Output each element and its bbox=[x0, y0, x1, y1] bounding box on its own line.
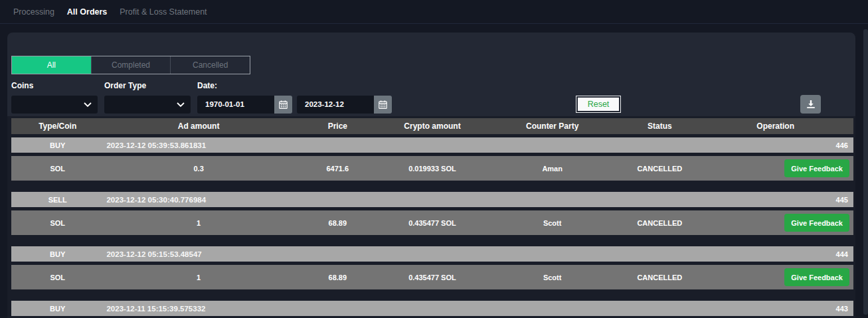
order-group-header-row: BUY 2023-12-11 15:15:39.575332 443 bbox=[11, 301, 853, 316]
calendar-icon bbox=[379, 100, 387, 109]
order-timestamp: 2023-12-12 05:30:40.776984 bbox=[104, 196, 697, 204]
date-from-calendar-button[interactable] bbox=[274, 96, 292, 114]
download-icon bbox=[806, 100, 816, 109]
status-filter-all[interactable]: All bbox=[12, 56, 91, 74]
order-group-header-row: SELL 2023-12-12 05:30:40.776984 445 bbox=[11, 192, 853, 207]
date-to-calendar-button[interactable] bbox=[374, 96, 392, 114]
cell-price: 68.89 bbox=[294, 219, 382, 227]
filter-controls-row: Reset bbox=[11, 95, 853, 114]
cell-operation: Give Feedback bbox=[697, 159, 853, 177]
date-to-input[interactable] bbox=[297, 96, 374, 114]
table-header-row: Type/Coin Ad amount Price Crypto amount … bbox=[11, 118, 853, 134]
status-filter-cancelled[interactable]: Cancelled bbox=[170, 56, 250, 74]
order-type-label: Order Type bbox=[104, 81, 197, 90]
order-group: SELL 2023-12-12 05:30:40.776984 445 SOL … bbox=[11, 192, 853, 235]
date-from-group bbox=[197, 96, 292, 114]
tab-processing[interactable]: Processing bbox=[13, 7, 54, 17]
give-feedback-button[interactable]: Give Feedback bbox=[784, 159, 849, 177]
cell-ad-amount: 1 bbox=[104, 274, 293, 281]
orders-table: Type/Coin Ad amount Price Crypto amount … bbox=[7, 116, 855, 318]
cell-counter-party: Aman bbox=[483, 165, 622, 173]
date-from-input[interactable] bbox=[197, 96, 274, 114]
order-timestamp: 2023-12-12 05:15:53.48547 bbox=[104, 250, 697, 258]
scrollbar[interactable] bbox=[863, 29, 868, 315]
order-detail-row: SOL 0.3 6471.6 0.019933 SOL Aman CANCELL… bbox=[11, 156, 853, 181]
cell-status: CANCELLED bbox=[622, 165, 697, 173]
table-body: BUY 2023-12-12 05:39:53.861831 446 SOL 0… bbox=[11, 137, 853, 316]
cell-ad-amount: 0.3 bbox=[104, 165, 293, 173]
cell-crypto-amount: 0.435477 SOL bbox=[382, 219, 483, 227]
order-detail-row: SOL 1 68.89 0.435477 SOL Scott CANCELLED… bbox=[11, 265, 853, 289]
coins-select[interactable] bbox=[11, 96, 98, 114]
cell-operation: Give Feedback bbox=[697, 268, 853, 286]
cell-coin: SOL bbox=[11, 165, 104, 173]
order-type: SELL bbox=[11, 196, 104, 204]
chevron-down-icon bbox=[177, 102, 185, 108]
order-group-header-row: BUY 2023-12-12 05:39:53.861831 446 bbox=[11, 137, 853, 153]
give-feedback-button[interactable]: Give Feedback bbox=[784, 214, 849, 232]
order-id: 445 bbox=[697, 196, 853, 204]
date-label: Date: bbox=[197, 81, 217, 90]
order-type-select[interactable] bbox=[104, 96, 191, 114]
top-nav: Processing All Orders Profit & Loss Stat… bbox=[0, 0, 868, 24]
reset-button-outline: Reset bbox=[576, 96, 622, 113]
order-type: BUY bbox=[11, 305, 104, 313]
tab-all-orders[interactable]: All Orders bbox=[67, 7, 107, 17]
order-group: BUY 2023-12-12 05:39:53.861831 446 SOL 0… bbox=[11, 137, 853, 181]
order-timestamp: 2023-12-12 05:39:53.861831 bbox=[104, 141, 697, 149]
order-type: BUY bbox=[11, 250, 104, 258]
coins-label: Coins bbox=[11, 81, 104, 90]
download-button[interactable] bbox=[800, 95, 821, 114]
cell-counter-party: Scott bbox=[483, 274, 622, 281]
date-to-group bbox=[297, 96, 392, 114]
column-header-type-coin: Type/Coin bbox=[11, 121, 104, 131]
order-id: 443 bbox=[697, 305, 853, 313]
calendar-icon bbox=[279, 100, 288, 109]
cell-operation: Give Feedback bbox=[697, 214, 853, 232]
cell-crypto-amount: 0.019933 SOL bbox=[382, 165, 483, 173]
cell-counter-party: Scott bbox=[483, 219, 622, 227]
filter-labels-row: Coins Order Type Date: bbox=[11, 81, 853, 90]
cell-status: CANCELLED bbox=[622, 274, 697, 281]
column-header-crypto-amount: Crypto amount bbox=[382, 121, 483, 131]
chevron-down-icon bbox=[84, 102, 92, 108]
tab-profit-loss-statement[interactable]: Profit & Loss Statement bbox=[120, 7, 207, 17]
column-header-counter-party: Counter Party bbox=[483, 121, 622, 131]
cell-status: CANCELLED bbox=[622, 219, 697, 227]
reset-button[interactable]: Reset bbox=[578, 98, 620, 111]
cell-crypto-amount: 0.435477 SOL bbox=[382, 274, 483, 281]
cell-price: 68.89 bbox=[294, 274, 382, 281]
order-id: 446 bbox=[697, 141, 853, 149]
orders-panel: All Completed Cancelled Coins Order Type… bbox=[7, 33, 855, 318]
order-group-header-row: BUY 2023-12-12 05:15:53.48547 444 bbox=[11, 246, 853, 262]
order-detail-row: SOL 1 68.89 0.435477 SOL Scott CANCELLED… bbox=[11, 210, 853, 235]
cell-price: 6471.6 bbox=[294, 165, 382, 173]
order-type: BUY bbox=[11, 141, 104, 149]
order-group: BUY 2023-12-12 05:15:53.48547 444 SOL 1 … bbox=[11, 246, 853, 289]
column-header-operation: Operation bbox=[697, 121, 853, 131]
cell-coin: SOL bbox=[11, 219, 104, 227]
order-timestamp: 2023-12-11 15:15:39.575332 bbox=[104, 305, 697, 313]
status-filter-group: All Completed Cancelled bbox=[11, 56, 250, 74]
column-header-status: Status bbox=[622, 121, 697, 131]
cell-ad-amount: 1 bbox=[104, 219, 293, 227]
order-group: BUY 2023-12-11 15:15:39.575332 443 bbox=[11, 301, 853, 316]
cell-coin: SOL bbox=[11, 274, 104, 281]
column-header-price: Price bbox=[294, 121, 382, 131]
give-feedback-button[interactable]: Give Feedback bbox=[784, 268, 849, 286]
status-filter-completed[interactable]: Completed bbox=[91, 56, 171, 74]
order-id: 444 bbox=[697, 250, 853, 258]
column-header-ad-amount: Ad amount bbox=[104, 121, 293, 131]
